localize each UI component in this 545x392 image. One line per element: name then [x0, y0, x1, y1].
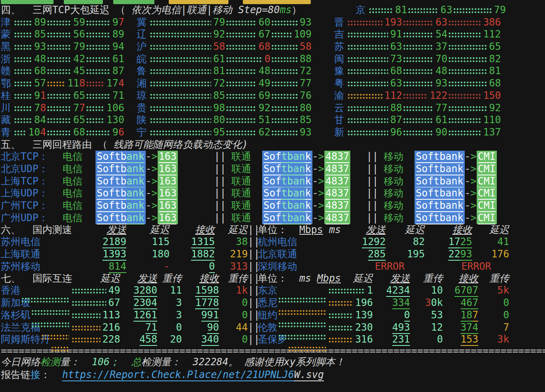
dot-leader-cell: 85: [13, 28, 46, 41]
speed-delay: 219: [215, 248, 248, 261]
col-header-recv: 接收: [425, 224, 472, 236]
leader-dots: [278, 310, 326, 316]
text-segment: 93: [300, 16, 312, 28]
carrier-label: 电信: [63, 187, 95, 200]
dot-leader-cell: 230: [328, 322, 373, 334]
province-label: 辽: [137, 28, 149, 41]
col-header-recv: 接收: [443, 273, 478, 285]
asn-label: CMI: [478, 151, 496, 163]
intl-retrans: 0: [157, 322, 182, 334]
text-segment: k: [305, 200, 311, 212]
text-segment: Sof: [263, 200, 281, 212]
dot-leader-cell: 85: [149, 90, 225, 102]
dot-leader-cell: 137: [447, 126, 501, 139]
carrier-label: 联通: [231, 163, 262, 175]
speed-row: 苏州电信2189115131538||杭州电信129282172541: [1, 236, 545, 248]
column-separator: ||: [248, 322, 258, 334]
dot-leader-cell: 386: [447, 16, 501, 29]
leader-dots: [21, 297, 69, 303]
send-value: 2304: [133, 297, 157, 309]
col-header-delay: 延迟: [215, 224, 248, 236]
speed-recv: 1882: [170, 248, 215, 261]
latency-value: 49: [106, 285, 120, 297]
route-path: Softbank->4837: [262, 187, 361, 200]
latency-value: 68: [32, 65, 46, 77]
latency-value: 90: [433, 126, 447, 139]
route-path: Softbank->CMI: [415, 187, 513, 200]
text-segment: ：: [40, 369, 62, 381]
route-row: 北京UDP：电信Softbank->163||联通Softbank->4837|…: [1, 163, 545, 175]
section-title-cell: 六、 国内测速发送: [1, 224, 126, 236]
text-segment: >: [470, 163, 476, 175]
text-segment: 依次为电信|联通|移动: [131, 4, 238, 16]
text-segment: 61: [112, 53, 124, 65]
dot-leader-cell: 150: [447, 90, 501, 102]
province-label: 川: [1, 102, 13, 114]
col-header-delay: 延迟: [386, 224, 425, 236]
text-segment: 79: [73, 41, 85, 52]
route-separator: ||: [209, 151, 231, 163]
city-name: 纽约: [258, 309, 277, 322]
send-value: 285: [368, 248, 386, 261]
latency-value: 63: [388, 77, 402, 90]
route-row: 上海UDP：电信Softbank->163||联通Softbank->4837|…: [1, 187, 545, 200]
route-path: Softbank->4837: [262, 175, 361, 188]
column-separator: ||: [248, 261, 258, 273]
text-segment: Softb: [97, 163, 126, 175]
asn-label: 163: [159, 200, 177, 212]
asn-badge: CMI: [477, 175, 497, 188]
text-segment: 接: [30, 369, 40, 381]
latency-value: 112: [481, 28, 501, 41]
intl-send: 4234: [373, 285, 410, 297]
text-segment: 0: [242, 297, 248, 308]
dot-leader-cell: 58: [149, 41, 225, 53]
text-segment: 137: [483, 126, 501, 138]
latency-value: 67: [256, 28, 270, 41]
dot-leader-cell: 63: [347, 41, 402, 53]
carrier-label: 移动: [384, 200, 415, 212]
intl-recv: 1598: [182, 285, 219, 297]
city-name: 悉尼: [258, 297, 277, 309]
asn-label: CMI: [478, 200, 496, 212]
route-row-label: 广州TCP：: [1, 200, 63, 212]
col-header-recv: 接收: [182, 273, 219, 285]
dot-leader-cell: 72: [149, 77, 225, 90]
text-segment: Step=80: [238, 4, 280, 16]
dot-leader-cell: 85: [270, 114, 312, 126]
route-row: 北京TCP：电信Softbank->163||联通Softbank->4837|…: [1, 151, 545, 163]
city-name: 东京: [258, 285, 277, 297]
intl-recv: 374: [443, 322, 478, 334]
unit-group: 单位： ms Mbps: [258, 273, 341, 285]
text-segment: 0: [176, 322, 182, 333]
dot-leader-cell: 79: [452, 4, 506, 16]
intl-recv: 467: [443, 297, 478, 309]
dot-leader-cell: 94: [85, 41, 124, 53]
text-segment: 1: [367, 285, 373, 296]
dot-leader-cell: 59: [46, 16, 85, 29]
col-header-retrans: 重传: [157, 273, 182, 285]
carrier-label: 联通: [231, 212, 262, 224]
dot-leader-cell: 80: [270, 102, 312, 114]
dot-leader-cell: 93: [13, 41, 46, 53]
province-label: 渝: [334, 90, 347, 102]
asn-badge: 163: [158, 187, 178, 200]
text-segment: >: [151, 212, 157, 224]
recv-value: 1882: [191, 248, 215, 261]
text-segment: tban: [281, 151, 305, 163]
dot-leader-cell: 91: [13, 90, 46, 102]
latency-value: 91: [32, 90, 46, 102]
latency-value: 93: [433, 77, 447, 90]
text-segment: >: [318, 212, 324, 224]
intl-retrans: 10: [410, 285, 443, 297]
text-segment: 79: [213, 16, 225, 28]
text-segment: Softbank: [416, 163, 463, 175]
route-separator: ||: [361, 187, 384, 200]
text-segment: -: [312, 163, 318, 175]
top-badge: [64, 0, 103, 4]
text-segment: Softb: [97, 175, 126, 188]
unit-label: 单位：: [258, 273, 299, 285]
province-label: 赣: [1, 65, 13, 77]
leader-dots: [31, 310, 69, 316]
carrier-label: 联通: [231, 187, 262, 200]
report-link[interactable]: https://Report.Check.Place/net/21UPNLJ6W…: [62, 369, 324, 381]
